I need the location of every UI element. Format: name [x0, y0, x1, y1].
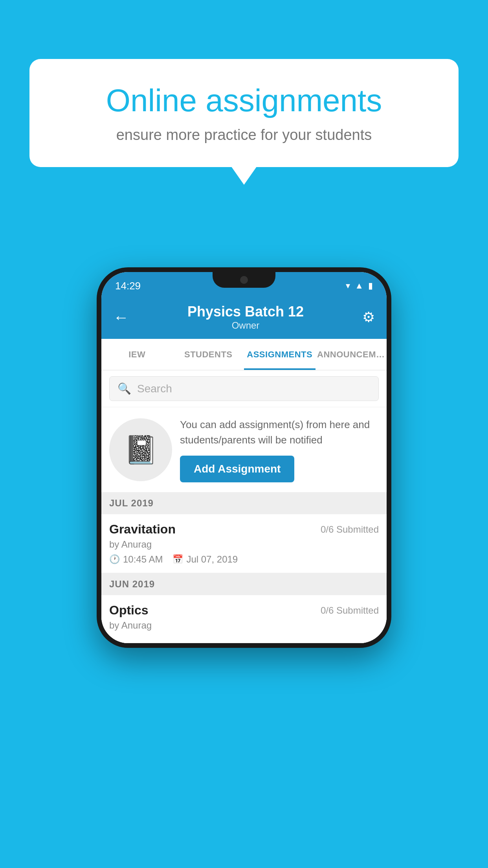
clock-icon: 🕐 [109, 554, 120, 565]
assignment-submitted-gravitation: 0/6 Submitted [321, 524, 379, 535]
back-button[interactable]: ← [113, 309, 129, 326]
speech-bubble: Online assignments ensure more practice … [29, 59, 459, 167]
settings-button[interactable]: ⚙ [362, 309, 375, 326]
assignment-row1-optics: Optics 0/6 Submitted [109, 603, 379, 618]
section-header-jul: JUL 2019 [101, 492, 387, 514]
search-icon: 🔍 [117, 382, 131, 395]
notebook-icon: 📓 [124, 434, 158, 466]
phone-notch [213, 272, 275, 288]
phone-camera [240, 276, 248, 284]
tab-iew[interactable]: IEW [101, 339, 173, 370]
status-time: 14:29 [115, 280, 141, 292]
speech-bubble-container: Online assignments ensure more practice … [29, 59, 459, 167]
content-area: 🔍 Search 📓 You can add assignment(s) fro… [101, 370, 387, 643]
assignment-author-gravitation: by Anurag [109, 539, 379, 550]
promo-icon-circle: 📓 [109, 418, 172, 481]
tab-assignments[interactable]: ASSIGNMENTS [244, 339, 316, 370]
assignment-meta-gravitation: 🕐 10:45 AM 📅 Jul 07, 2019 [109, 554, 379, 565]
assignment-author-optics: by Anurag [109, 620, 379, 631]
section-header-jun: JUN 2019 [101, 573, 387, 595]
speech-bubble-subtitle: ensure more practice for your students [57, 127, 431, 143]
app-bar-subtitle: Owner [129, 320, 362, 331]
assignment-time-gravitation: 10:45 AM [123, 554, 163, 565]
app-bar-center: Physics Batch 12 Owner [129, 303, 362, 331]
promo-block: 📓 You can add assignment(s) from here an… [101, 407, 387, 492]
signal-icon: ▲ [355, 281, 363, 291]
wifi-icon: ▾ [346, 281, 350, 291]
add-assignment-button[interactable]: Add Assignment [180, 456, 294, 482]
speech-bubble-title: Online assignments [57, 83, 431, 119]
assignment-row1: Gravitation 0/6 Submitted [109, 522, 379, 537]
assignment-item-gravitation[interactable]: Gravitation 0/6 Submitted by Anurag 🕐 10… [101, 514, 387, 573]
assignment-submitted-optics: 0/6 Submitted [321, 605, 379, 616]
search-input-container[interactable]: 🔍 Search [109, 376, 379, 401]
meta-time-gravitation: 🕐 10:45 AM [109, 554, 163, 565]
calendar-icon: 📅 [172, 554, 183, 565]
promo-description: You can add assignment(s) from here and … [180, 417, 379, 448]
app-bar: ← Physics Batch 12 Owner ⚙ [101, 296, 387, 339]
status-icons: ▾ ▲ ▮ [346, 281, 373, 291]
promo-text-side: You can add assignment(s) from here and … [180, 417, 379, 482]
assignment-title-gravitation: Gravitation [109, 522, 176, 537]
phone-outer: 14:29 ▾ ▲ ▮ ← Physics Batch 12 Owner ⚙ I… [97, 267, 391, 648]
search-bar: 🔍 Search [101, 370, 387, 407]
phone-screen: 14:29 ▾ ▲ ▮ ← Physics Batch 12 Owner ⚙ I… [101, 272, 387, 643]
tab-announcements[interactable]: ANNOUNCEM… [316, 339, 387, 370]
assignment-item-optics[interactable]: Optics 0/6 Submitted by Anurag [101, 595, 387, 643]
battery-icon: ▮ [368, 281, 373, 291]
tab-students[interactable]: STUDENTS [173, 339, 244, 370]
tabs-bar: IEW STUDENTS ASSIGNMENTS ANNOUNCEM… [101, 339, 387, 370]
app-bar-title: Physics Batch 12 [129, 303, 362, 320]
meta-date-gravitation: 📅 Jul 07, 2019 [172, 554, 238, 565]
assignment-title-optics: Optics [109, 603, 149, 618]
search-placeholder-text: Search [137, 383, 172, 395]
phone-mockup: 14:29 ▾ ▲ ▮ ← Physics Batch 12 Owner ⚙ I… [97, 267, 391, 648]
assignment-date-gravitation: Jul 07, 2019 [186, 554, 238, 565]
